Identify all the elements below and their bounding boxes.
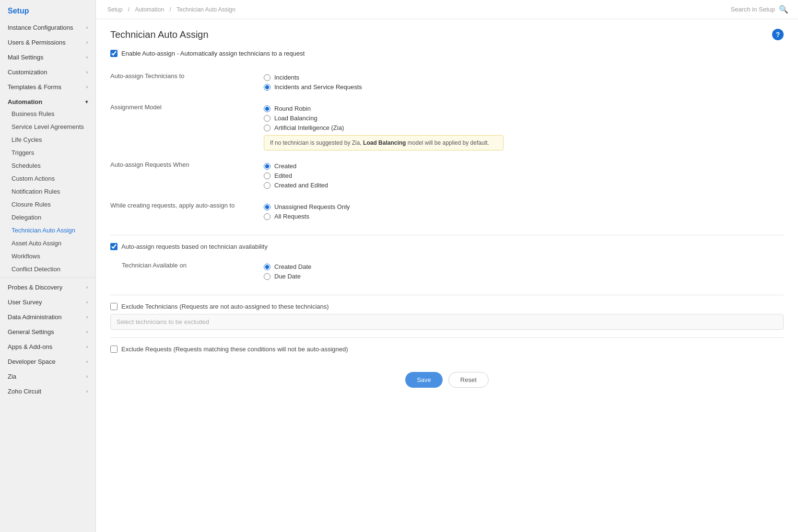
radio-ai-label[interactable]: Artificial Intelligence (Zia) bbox=[274, 124, 344, 131]
help-button[interactable]: ? bbox=[772, 29, 784, 40]
radio-edited: Edited bbox=[264, 172, 784, 179]
sidebar-item-developer-space[interactable]: Developer Space › bbox=[0, 354, 95, 369]
radio-created-date-label[interactable]: Created Date bbox=[274, 263, 311, 270]
separator-2 bbox=[110, 295, 784, 295]
radio-unassigned-only: Unassigned Requests Only bbox=[264, 203, 784, 210]
sidebar-item-templates-forms[interactable]: Templates & Forms › bbox=[0, 80, 95, 94]
sidebar-item-general-settings[interactable]: General Settings › bbox=[0, 324, 95, 339]
sidebar-item-instance-config[interactable]: Instance Configurations › bbox=[0, 20, 95, 35]
sidebar-sub-asset-auto-assign[interactable]: Asset Auto Assign bbox=[0, 237, 95, 250]
exclude-requests-section: Exclude Requests (Requests matching thes… bbox=[110, 346, 784, 353]
sidebar-sub-closure-rules[interactable]: Closure Rules bbox=[0, 198, 95, 211]
sidebar-item-apps-addons[interactable]: Apps & Add-ons › bbox=[0, 339, 95, 354]
apply-auto-assign-options: Unassigned Requests Only All Requests bbox=[245, 196, 784, 227]
chevron-right-icon: › bbox=[86, 285, 88, 290]
radio-created-input[interactable] bbox=[264, 163, 270, 170]
ai-info-box: If no technician is suggested by Zia, Lo… bbox=[264, 135, 504, 150]
radio-incidents: Incidents bbox=[264, 74, 784, 81]
radio-ai-input[interactable] bbox=[264, 125, 270, 131]
radio-all-requests: All Requests bbox=[264, 213, 784, 220]
available-on-table: Technician Available on Created Date Due… bbox=[110, 256, 784, 287]
radio-due-date-input[interactable] bbox=[264, 273, 270, 280]
sidebar-sub-notification-rules[interactable]: Notification Rules bbox=[0, 185, 95, 198]
radio-incidents-service-label[interactable]: Incidents and Service Requests bbox=[274, 83, 362, 91]
sidebar-item-zia[interactable]: Zia › bbox=[0, 369, 95, 384]
sidebar-sub-business-rules[interactable]: Business Rules bbox=[0, 107, 95, 120]
apply-auto-assign-row: While creating requests, apply auto-assi… bbox=[110, 196, 784, 227]
main-content: Setup / Automation / Technician Auto Ass… bbox=[96, 0, 798, 532]
chevron-right-icon: › bbox=[86, 344, 88, 349]
chevron-right-icon: › bbox=[86, 69, 88, 75]
page-title-row: Technician Auto Assign ? bbox=[110, 29, 784, 40]
sidebar-item-mail-settings[interactable]: Mail Settings › bbox=[0, 50, 95, 65]
radio-all-requests-input[interactable] bbox=[264, 213, 270, 220]
sidebar-sub-lifecycles[interactable]: Life Cycles bbox=[0, 133, 95, 146]
radio-incidents-service-input[interactable] bbox=[264, 84, 270, 91]
radio-load-balancing-input[interactable] bbox=[264, 115, 270, 122]
radio-unassigned-only-label[interactable]: Unassigned Requests Only bbox=[274, 203, 350, 210]
chevron-right-icon: › bbox=[86, 374, 88, 379]
radio-edited-label[interactable]: Edited bbox=[274, 172, 292, 179]
exclude-technicians-checkbox[interactable] bbox=[110, 303, 117, 310]
sidebar-sub-workflows[interactable]: Workflows bbox=[0, 250, 95, 263]
availability-checkbox-row: Auto-assign requests based on technician… bbox=[110, 243, 784, 250]
chevron-right-icon: › bbox=[86, 40, 88, 45]
page-title-text: Technician Auto Assign bbox=[110, 29, 209, 40]
topbar: Setup / Automation / Technician Auto Ass… bbox=[96, 0, 798, 19]
sidebar-item-customization[interactable]: Customization › bbox=[0, 65, 95, 80]
exclude-requests-row: Exclude Requests (Requests matching thes… bbox=[110, 346, 784, 353]
radio-created-edited-input[interactable] bbox=[264, 182, 270, 189]
sidebar-title: Setup bbox=[0, 0, 95, 20]
assignment-model-row: Assignment Model Round Robin Load Balanc… bbox=[110, 98, 784, 155]
radio-created-date-input[interactable] bbox=[264, 264, 270, 270]
sidebar-sub-schedules[interactable]: Schedules bbox=[0, 159, 95, 172]
radio-created-edited-label[interactable]: Created and Edited bbox=[274, 182, 328, 189]
save-button[interactable]: Save bbox=[405, 372, 443, 388]
sidebar-sub-sla[interactable]: Service Level Agreements bbox=[0, 120, 95, 133]
enable-auto-assign-row: Enable Auto-assign - Automatically assig… bbox=[110, 50, 784, 57]
chevron-right-icon: › bbox=[86, 25, 88, 30]
sidebar-item-users-permissions[interactable]: Users & Permissions › bbox=[0, 35, 95, 50]
sidebar-item-data-admin[interactable]: Data Administration › bbox=[0, 310, 95, 324]
chevron-right-icon: › bbox=[86, 359, 88, 364]
sidebar-sub-technician-auto-assign[interactable]: Technician Auto Assign bbox=[0, 224, 95, 237]
radio-round-robin-input[interactable] bbox=[264, 105, 270, 112]
available-on-label: Technician Available on bbox=[110, 256, 245, 287]
exclude-requests-label[interactable]: Exclude Requests (Requests matching thes… bbox=[121, 346, 348, 353]
radio-due-date-label[interactable]: Due Date bbox=[274, 273, 301, 280]
sidebar-item-zoho-circuit[interactable]: Zoho Circuit › bbox=[0, 384, 95, 399]
sidebar-section-automation[interactable]: Automation ▾ bbox=[0, 94, 95, 107]
exclude-requests-checkbox[interactable] bbox=[110, 346, 117, 353]
chevron-right-icon: › bbox=[86, 55, 88, 60]
radio-unassigned-only-input[interactable] bbox=[264, 204, 270, 210]
radio-round-robin-label[interactable]: Round Robin bbox=[274, 105, 311, 112]
exclude-technicians-label[interactable]: Exclude Technicians (Requests are not au… bbox=[121, 303, 329, 310]
radio-load-balancing-label[interactable]: Load Balancing bbox=[274, 115, 317, 122]
sidebar-sub-delegation[interactable]: Delegation bbox=[0, 211, 95, 224]
sidebar-sub-triggers[interactable]: Triggers bbox=[0, 146, 95, 159]
availability-checkbox[interactable] bbox=[110, 243, 117, 250]
availability-label[interactable]: Auto-assign requests based on technician… bbox=[121, 243, 268, 250]
radio-created-edited: Created and Edited bbox=[264, 182, 784, 189]
radio-created-date: Created Date bbox=[264, 263, 784, 270]
sidebar-item-probes-discovery[interactable]: Probes & Discovery › bbox=[0, 280, 95, 295]
sidebar-item-user-survey[interactable]: User Survey › bbox=[0, 295, 95, 310]
search-icon: 🔍 bbox=[779, 5, 788, 14]
exclude-technicians-select[interactable]: Select technicians to be excluded bbox=[110, 314, 784, 330]
radio-created-label[interactable]: Created bbox=[274, 162, 296, 170]
radio-incidents-label[interactable]: Incidents bbox=[274, 74, 299, 81]
sidebar-sub-custom-actions[interactable]: Custom Actions bbox=[0, 172, 95, 185]
auto-assign-when-row: Auto-assign Requests When Created Edited bbox=[110, 155, 784, 196]
search-box[interactable]: Search in Setup 🔍 bbox=[730, 5, 788, 14]
enable-autoassign-label[interactable]: Enable Auto-assign - Automatically assig… bbox=[121, 50, 305, 57]
enable-autoassign-checkbox[interactable] bbox=[110, 50, 117, 57]
auto-assign-when-label: Auto-assign Requests When bbox=[110, 155, 245, 196]
radio-incidents-input[interactable] bbox=[264, 74, 270, 81]
chevron-right-icon: › bbox=[86, 84, 88, 90]
radio-ai: Artificial Intelligence (Zia) bbox=[264, 124, 784, 131]
assignment-model-options: Round Robin Load Balancing Artificial In… bbox=[245, 98, 784, 155]
sidebar-sub-conflict-detection[interactable]: Conflict Detection bbox=[0, 263, 95, 276]
radio-edited-input[interactable] bbox=[264, 173, 270, 179]
reset-button[interactable]: Reset bbox=[448, 372, 489, 388]
radio-all-requests-label[interactable]: All Requests bbox=[274, 213, 309, 220]
